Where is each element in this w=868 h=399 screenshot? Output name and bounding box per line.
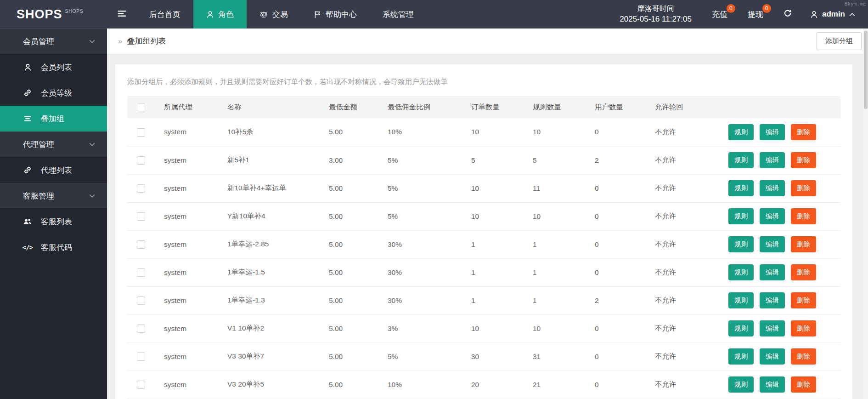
edit-button[interactable]: 编辑 [760, 292, 785, 308]
row-checkbox[interactable] [137, 128, 145, 137]
rule-button[interactable]: 规则 [728, 124, 754, 140]
select-all-checkbox[interactable] [137, 103, 145, 111]
rule-button[interactable]: 规则 [728, 348, 754, 365]
vertical-scrollbar[interactable] [863, 28, 868, 399]
rule-button[interactable]: 规则 [728, 180, 754, 196]
logo[interactable]: SHOPS SHOPS [0, 0, 107, 28]
table-cell: 5% [378, 174, 462, 202]
withdraw-label: 提现 [748, 10, 763, 19]
logo-subtext: SHOPS [65, 9, 84, 14]
table-cell: 不允许 [646, 174, 720, 202]
breadcrumb-bar: » 叠加组列表 添加分组 [107, 28, 868, 54]
sidebar-item-service-code[interactable]: </>客服代码 [0, 234, 107, 260]
delete-button[interactable]: 删除 [791, 236, 816, 252]
notice-text: 添加分组后，必须添加规则，并且规则需要对应好订单个数，若出现不对称情况，会导致用… [127, 77, 840, 87]
table-cell: 1 [462, 230, 524, 258]
rule-button[interactable]: 规则 [728, 152, 754, 168]
edit-button[interactable]: 编辑 [760, 264, 785, 280]
delete-button[interactable]: 删除 [791, 348, 816, 365]
sidebar-item-member-list[interactable]: 会员列表 [0, 54, 107, 80]
rule-button[interactable]: 规则 [728, 376, 754, 393]
table-cell: 不允许 [646, 202, 720, 230]
nav-item-trade[interactable]: 交易 [247, 0, 301, 28]
nav-item-roles[interactable]: 角色 [193, 0, 247, 28]
rule-button[interactable]: 规则 [728, 236, 754, 252]
row-checkbox[interactable] [137, 156, 145, 165]
row-checkbox-cell [127, 370, 155, 399]
sidebar-item-label: 叠加组 [41, 114, 64, 124]
sidebar-item-agent-list[interactable]: 代理列表 [0, 157, 107, 183]
table-cell: system [155, 146, 218, 174]
sidebar-item-agent-management[interactable]: 代理管理 [0, 131, 107, 157]
edit-button[interactable]: 编辑 [760, 152, 785, 168]
table-row: systemV3 20单补55.0010%20210不允许规则编辑删除 [127, 370, 840, 399]
edit-button[interactable]: 编辑 [760, 348, 785, 365]
table-cell: 不允许 [646, 286, 720, 314]
rule-button[interactable]: 规则 [728, 292, 754, 308]
row-checkbox[interactable] [137, 325, 145, 333]
rule-button[interactable]: 规则 [728, 264, 754, 280]
delete-button[interactable]: 删除 [791, 180, 816, 196]
row-checkbox[interactable] [137, 212, 145, 221]
row-checkbox-cell [127, 230, 155, 258]
table-cell: 1 [462, 286, 524, 314]
row-checkbox[interactable] [137, 184, 145, 193]
column-header-actions [720, 96, 840, 118]
nav-item-label: 帮助中心 [326, 9, 357, 20]
sidebar-item-service-management[interactable]: 客服管理 [0, 183, 107, 209]
row-checkbox[interactable] [137, 296, 145, 305]
row-actions-cell: 规则编辑删除 [720, 174, 840, 202]
nav-item-system[interactable]: 系统管理 [370, 0, 427, 28]
table-cell: 1单幸运-1.5 [218, 258, 320, 286]
sidebar-item-member-level[interactable]: 会员等级 [0, 80, 107, 106]
table-cell: 5.00 [320, 342, 378, 370]
delete-button[interactable]: 删除 [791, 208, 816, 224]
delete-button[interactable]: 删除 [791, 264, 816, 280]
table-cell: 不允许 [646, 370, 720, 399]
scrollbar-thumb[interactable] [864, 31, 868, 109]
row-checkbox[interactable] [137, 353, 145, 361]
delete-button[interactable]: 删除 [791, 152, 816, 168]
edit-button[interactable]: 编辑 [760, 124, 785, 140]
delete-button[interactable]: 删除 [791, 292, 816, 308]
table-cell: 10 [524, 202, 586, 230]
row-checkbox[interactable] [137, 268, 145, 277]
layers-icon [22, 115, 33, 122]
edit-button[interactable]: 编辑 [760, 376, 785, 393]
edit-button[interactable]: 编辑 [760, 208, 785, 224]
sidebar-item-overlay-group[interactable]: 叠加组 [0, 106, 107, 131]
rule-button[interactable]: 规则 [728, 320, 754, 336]
user-icon [810, 11, 818, 18]
user-menu[interactable]: admin [810, 10, 855, 19]
sidebar-toggle-button[interactable] [107, 0, 136, 28]
main-content: » 叠加组列表 添加分组 添加分组后，必须添加规则，并且规则需要对应好订单个数，… [107, 28, 868, 399]
table-row: system1单幸运-1.55.0030%110不允许规则编辑删除 [127, 258, 840, 286]
delete-button[interactable]: 删除 [791, 124, 816, 140]
sidebar-item-service-list[interactable]: 客服列表 [0, 209, 107, 234]
table-cell: system [155, 230, 218, 258]
hamburger-icon [118, 10, 126, 19]
sidebar: 会员管理会员列表会员等级叠加组代理管理代理列表客服管理客服列表</>客服代码 [0, 28, 107, 399]
sidebar-item-member-management[interactable]: 会员管理 [0, 28, 107, 54]
person-icon [206, 11, 214, 18]
recharge-link[interactable]: 充值 0 [712, 9, 727, 20]
table-cell: 21 [524, 370, 586, 399]
refresh-button[interactable] [783, 9, 792, 19]
edit-button[interactable]: 编辑 [760, 180, 785, 196]
delete-button[interactable]: 删除 [791, 320, 816, 336]
table-cell: 5 [524, 146, 586, 174]
delete-button[interactable]: 删除 [791, 376, 816, 393]
column-header: 所属代理 [155, 96, 218, 118]
nav-item-dashboard[interactable]: 后台首页 [136, 0, 193, 28]
table-cell: 不允许 [646, 118, 720, 146]
table-row: system新5补13.005%552不允许规则编辑删除 [127, 146, 840, 174]
rule-button[interactable]: 规则 [728, 208, 754, 224]
edit-button[interactable]: 编辑 [760, 320, 785, 336]
withdraw-link[interactable]: 提现 0 [748, 9, 763, 20]
edit-button[interactable]: 编辑 [760, 236, 785, 252]
row-checkbox[interactable] [137, 240, 145, 249]
nav-item-help-center[interactable]: 帮助中心 [301, 0, 370, 28]
table-cell: 0 [586, 342, 646, 370]
add-group-button[interactable]: 添加分组 [817, 32, 862, 50]
row-checkbox[interactable] [137, 381, 145, 389]
